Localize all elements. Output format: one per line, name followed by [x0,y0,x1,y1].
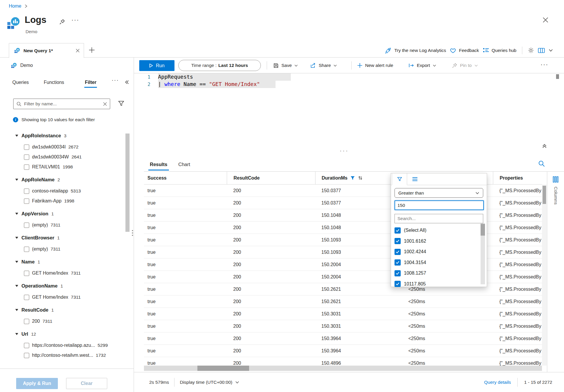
sort-icon[interactable] [358,176,363,180]
checkbox-checked[interactable] [395,249,401,255]
column-header-durationms[interactable]: DurationMs [315,172,391,184]
share-button[interactable]: Share [310,58,337,73]
filter-value-row[interactable]: dw1sdwk00034W 2641 [0,152,132,162]
pin-to-button[interactable]: Pin to [452,58,478,73]
column-header-properties[interactable]: Properties [493,172,542,184]
code-line[interactable]: 1AppRequests [134,73,564,81]
operator-select[interactable]: Greater than [395,188,483,198]
layout-panel-icon[interactable] [538,48,545,53]
checkbox-unchecked[interactable] [24,271,29,276]
checkbox-unchecked[interactable] [24,319,29,324]
table-row[interactable]: true 200 150.3031 <250ms {"_MS.Processed… [144,308,542,320]
sidebar-more-icon[interactable]: ··· [112,77,119,83]
query-details-link[interactable]: Query details [484,380,511,385]
collapse-editor-icon[interactable] [542,143,547,148]
checkbox-unchecked[interactable] [24,164,29,170]
chevron-down-icon[interactable] [549,49,553,52]
filter-option-row[interactable]: 1008.1257 [391,268,487,279]
clear-search-icon[interactable] [103,102,107,106]
collapse-sidebar-icon[interactable] [125,80,129,85]
checkbox-unchecked[interactable] [24,295,29,300]
checkbox-unchecked[interactable] [24,343,29,348]
column-header-resultcode[interactable]: ResultCode [227,172,315,184]
tab-results[interactable]: Results [150,162,167,167]
tab-functions[interactable]: Functions [44,80,64,85]
table-row[interactable]: true 200 150.4896 <250ms {"_MS.Processed… [144,357,542,366]
checkbox-checked[interactable] [395,227,401,234]
filter-group-header[interactable]: OperationName 1 [0,282,132,289]
filter-group-header[interactable]: AppRoleName 2 [0,176,132,183]
filter-value-row[interactable]: https://contoso-retailapp.azu... 5299 [0,340,132,350]
toolbar-more-icon[interactable]: ··· [540,61,548,67]
filter-value-row[interactable]: dw1sdwk00034I 2672 [0,142,132,152]
filter-group-header[interactable]: ResultCode 1 [0,306,132,313]
checkbox-checked[interactable] [395,270,401,276]
filter-option-row[interactable]: (Select All) [391,225,487,236]
active-filter-icon[interactable] [350,176,355,180]
filter-value-input[interactable] [395,200,484,210]
filter-value-row[interactable]: GET Home/Index 7311 [0,268,132,278]
filter-group-header[interactable]: Name 1 [0,258,132,265]
checkbox-checked[interactable] [395,259,401,266]
popup-search-input[interactable] [395,214,483,223]
popup-values-tab[interactable] [407,173,422,185]
filter-value-row[interactable]: Fabrikam-App 1998 [0,196,132,206]
code-line[interactable]: 2| where Name == "GET Home/Index" [134,81,564,88]
filter-group-header[interactable]: AppVersion 1 [0,210,132,217]
scrollbar-thumb[interactable] [197,366,249,371]
checkbox-checked[interactable] [395,238,401,244]
editor-splitter-grip[interactable]: ··· [340,148,349,154]
query-editor[interactable]: 1AppRequests2| where Name == "GET Home/I… [134,73,564,158]
filter-search-input[interactable] [24,101,100,107]
display-time-dropdown[interactable]: Display time (UTC+00:00) [180,380,239,385]
tab-chart[interactable]: Chart [178,162,190,167]
filter-value-row[interactable]: RETAILVM01 1998 [0,162,132,172]
new-alert-rule-button[interactable]: New alert rule [357,58,393,73]
scrollbar-thumb[interactable] [543,186,546,204]
filter-option-row[interactable]: 1004.3154 [391,257,487,268]
table-row[interactable]: true 200 150.2621 <250ms {"_MS.Processed… [144,295,542,308]
checkbox-unchecked[interactable] [24,198,29,204]
scope-picker[interactable]: Demo [11,58,33,73]
filter-value-row[interactable]: 200 7311 [0,316,132,326]
checkbox-unchecked[interactable] [24,246,29,252]
filter-value-row[interactable]: (empty) 7311 [0,220,132,230]
table-row[interactable]: true 200 150.3964 <250ms {"_MS.Processed… [144,345,542,357]
clear-button[interactable]: Clear [66,378,107,389]
filter-value-row[interactable]: GET Home/Index 7311 [0,292,132,302]
checkbox-checked[interactable] [395,281,401,287]
apply-and-run-button[interactable]: Apply & Run [16,378,58,389]
filter-group-header[interactable]: Url 12 [0,330,132,337]
tab-queries[interactable]: Queries [12,80,29,85]
time-range-picker[interactable]: Time range : Last 12 hours [178,60,261,71]
save-button[interactable]: Save [273,58,298,73]
columns-panel-toggle[interactable]: Columns [547,172,564,372]
close-tab-icon[interactable] [76,49,80,53]
filter-value-row[interactable]: contoso-retailapp 5313 [0,186,132,196]
filter-group-header[interactable]: AppRoleInstance 3 [0,132,132,139]
column-header-success[interactable]: Success [144,172,227,184]
checkbox-unchecked[interactable] [24,188,29,194]
filter-value-row[interactable]: http://contoso-retailvm.west... 1732 [0,350,132,360]
new-tab-icon[interactable] [88,46,95,54]
queries-hub-button[interactable]: Queries hub [483,48,516,53]
filter-option-row[interactable]: 10117.805 [391,279,487,290]
filter-option-row[interactable]: 1002.4244 [391,246,487,257]
popup-filter-tab[interactable] [392,173,407,185]
checkbox-unchecked[interactable] [24,144,29,150]
table-row[interactable]: true 200 150.3964 <250ms {"_MS.Processed… [144,332,542,345]
close-icon[interactable] [542,16,549,23]
sidebar-splitter-grip[interactable] [132,230,133,236]
export-button[interactable]: Export [408,58,436,73]
breadcrumb-home-link[interactable]: Home [9,4,21,9]
more-options-icon[interactable]: ··· [71,16,79,23]
tab-new-query-1[interactable]: New Query 1* [9,43,84,58]
checkbox-unchecked[interactable] [24,353,29,358]
run-button[interactable]: Run [139,60,174,71]
filter-funnel-icon[interactable] [118,101,124,106]
checkbox-unchecked[interactable] [24,154,29,160]
feedback-button[interactable]: Feedback [450,48,479,53]
filter-option-row[interactable]: 1001.6162 [391,236,487,247]
scrollbar-thumb[interactable] [481,224,485,236]
checkbox-unchecked[interactable] [24,222,29,228]
